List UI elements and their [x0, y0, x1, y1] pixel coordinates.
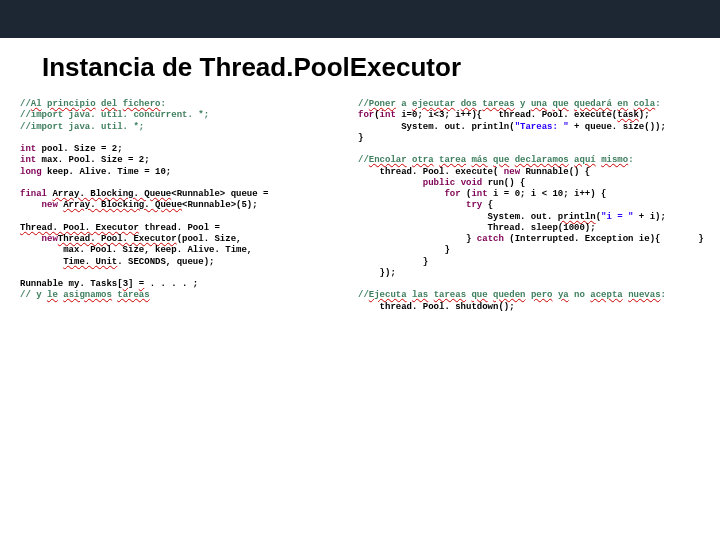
code-left: //Al principio del fichero: //import jav… [20, 99, 340, 302]
right-column: //Poner a ejecutar dos tareas y una que … [358, 99, 708, 313]
top-accent-bar [0, 0, 720, 38]
slide-title: Instancia de Thread.PoolExecutor [42, 52, 720, 83]
content-columns: //Al principio del fichero: //import jav… [0, 99, 720, 313]
left-column: //Al principio del fichero: //import jav… [20, 99, 340, 313]
code-right: //Poner a ejecutar dos tareas y una que … [358, 99, 708, 313]
